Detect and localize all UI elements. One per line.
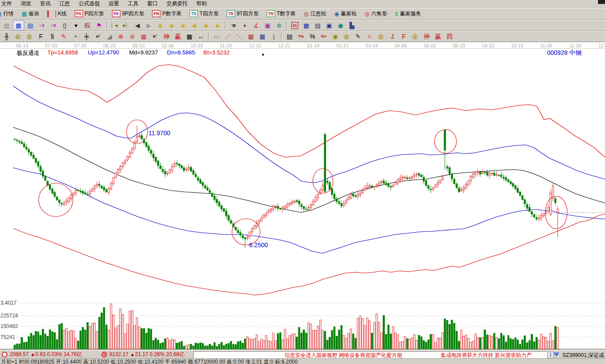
tool-p-table[interactable]: PNP数字表 bbox=[152, 10, 181, 18]
grid-blue-icon[interactable]: ▦ bbox=[257, 32, 268, 41]
ruler-2-icon[interactable]: ╪ bbox=[81, 32, 92, 41]
menu-item-formula[interactable]: 公式选股 bbox=[74, 0, 104, 7]
menu-item-help[interactable]: 帮助 bbox=[192, 0, 211, 7]
report-icon[interactable]: ▤ bbox=[25, 21, 36, 30]
ying-line-icon[interactable]: 赢 bbox=[433, 32, 443, 41]
workstation-icon[interactable]: ▙ bbox=[347, 21, 357, 30]
tool-9p-square[interactable]: P99P四方形 bbox=[112, 10, 145, 18]
volume-bar bbox=[496, 338, 497, 349]
tool-9t-square[interactable]: T99T四方形 bbox=[227, 10, 259, 18]
si-line-icon[interactable]: 四 bbox=[444, 32, 455, 41]
tool-t-table[interactable]: TNT数字表 bbox=[267, 10, 296, 18]
percent-line-icon[interactable]: %= bbox=[319, 32, 329, 41]
volume-bar bbox=[221, 342, 223, 349]
tool-hexagon[interactable]: ◎六角形 bbox=[365, 10, 387, 18]
gann-diamond-up-icon[interactable]: ◈ bbox=[178, 21, 188, 30]
stats-bars-icon[interactable]: ▤ bbox=[284, 32, 295, 41]
shen-line-icon[interactable]: 神 bbox=[421, 32, 432, 41]
grid-red-icon[interactable]: ▦ bbox=[246, 32, 256, 41]
tool-kline[interactable]: ▍▕K线 bbox=[47, 10, 67, 18]
ticker-spinner[interactable]: ▲▼ bbox=[547, 352, 554, 358]
grid-tool-icon[interactable]: ▣ bbox=[262, 21, 273, 30]
gold-gann-down-icon[interactable]: 金 bbox=[13, 32, 23, 41]
prev-bar-icon[interactable]: ◀ bbox=[132, 21, 143, 30]
tool-p-square[interactable]: PSP四方形 bbox=[75, 10, 104, 18]
ying-tool-icon[interactable]: 赢 bbox=[173, 32, 183, 41]
menu-item-browse[interactable]: 浏览 bbox=[16, 0, 36, 7]
menu-item-gann[interactable]: 江恩 bbox=[55, 0, 74, 7]
menu-item-settings[interactable]: 设置 bbox=[104, 0, 123, 7]
filter-flag-icon[interactable]: ⚑ bbox=[94, 21, 104, 30]
tool-t-square[interactable]: TST四方形 bbox=[189, 10, 218, 18]
tool-quotes[interactable]: ▤行情 bbox=[0, 10, 14, 18]
mirror-angle-icon[interactable]: ◢ bbox=[104, 32, 115, 41]
menu-item-trade[interactable]: 交易委托 bbox=[162, 0, 192, 7]
notepad-icon[interactable]: ▤ bbox=[312, 21, 323, 30]
menu-item-tools[interactable]: 工具 bbox=[123, 0, 143, 7]
compass-icon[interactable]: ◔ bbox=[70, 32, 80, 41]
menu-item-file[interactable]: 文件 bbox=[0, 0, 16, 7]
next-bar-icon[interactable]: ▶ bbox=[144, 21, 154, 30]
j-line-icon[interactable]: J bbox=[387, 32, 398, 41]
width-measure-icon[interactable]: ↔ bbox=[196, 32, 206, 41]
brush-icon[interactable]: ✎ bbox=[58, 32, 69, 41]
partial-left-icon[interactable]: ▥ bbox=[1, 21, 12, 30]
last-bar-icon[interactable]: ▶▏ bbox=[121, 21, 131, 30]
f-line-icon[interactable]: F bbox=[399, 32, 409, 41]
n-squared-icon[interactable]: n² bbox=[93, 32, 103, 41]
indicator-dropdown-arrow[interactable]: ▼ bbox=[261, 53, 265, 57]
percent-icon[interactable]: % bbox=[307, 32, 318, 41]
chevron-down-icon[interactable]: ▾ bbox=[71, 21, 81, 30]
step3-chart-icon[interactable]: ∩3 bbox=[36, 21, 47, 30]
t-percent-icon[interactable]: T% bbox=[296, 32, 306, 41]
ink-brush-icon[interactable]: ✎ bbox=[353, 32, 363, 41]
k-quote-icon[interactable]: K˝ bbox=[150, 32, 160, 41]
spiral-icon[interactable]: § bbox=[47, 32, 58, 41]
rights-icon[interactable]: 权 bbox=[82, 21, 93, 30]
tool-gann-wheel[interactable]: ◎江恩轮 bbox=[304, 10, 326, 18]
gann-diamond-right-icon[interactable]: ◈ bbox=[167, 21, 177, 30]
shen-tool-icon[interactable]: 神 bbox=[161, 32, 172, 41]
crosshair-icon[interactable]: + bbox=[239, 21, 250, 30]
gold-red-line-icon[interactable]: 金 bbox=[376, 32, 386, 41]
menu-item-window[interactable]: 窗口 bbox=[143, 0, 162, 7]
wave-icon[interactable]: ≈ bbox=[364, 32, 375, 41]
box-star-icon[interactable]: ▩ bbox=[138, 32, 149, 41]
gann-diamond-full-icon[interactable]: ◈ bbox=[212, 21, 223, 30]
candlestick-chart[interactable]: 3.40172257241504827524111.97006.2500 bbox=[0, 42, 605, 350]
gold-gann-up-icon[interactable]: 金 bbox=[24, 32, 35, 41]
globe-save-icon[interactable]: ◉ bbox=[335, 21, 346, 30]
star-grid-icon[interactable]: ⊛ bbox=[127, 32, 138, 41]
candle-style-icon[interactable]: ▯ bbox=[59, 21, 70, 30]
date-tick: 06-14 bbox=[16, 43, 28, 48]
ruler-123-icon[interactable]: ▦ bbox=[184, 32, 195, 41]
gold-line-icon[interactable]: 金 bbox=[341, 32, 352, 41]
calendar-icon[interactable]: 21 bbox=[290, 21, 300, 30]
gann-diamond-left-icon[interactable]: ◈ bbox=[155, 21, 166, 30]
tool-sectors[interactable]: ▦板块 bbox=[22, 10, 39, 18]
gold-circle-icon[interactable]: ◉ bbox=[330, 32, 341, 41]
tool-winner-service[interactable]: $赢家服务 bbox=[395, 10, 421, 18]
gann-diamond-star-icon[interactable]: ◈ bbox=[201, 21, 211, 30]
ruler-ticks-icon[interactable]: ╫ bbox=[1, 32, 12, 41]
first-bar-icon[interactable]: ▏◀ bbox=[109, 21, 120, 30]
calculator-icon[interactable]: ▦ bbox=[301, 21, 312, 30]
gann-diamond-cross-icon[interactable]: ◈ bbox=[189, 21, 200, 30]
save-icon[interactable]: ▣ bbox=[324, 21, 334, 30]
map-view-icon[interactable]: ▩ bbox=[13, 20, 24, 30]
gold-angle-icon[interactable]: 金 bbox=[410, 32, 420, 41]
rect-select-icon[interactable]: ▭ bbox=[211, 32, 222, 41]
fan-purple-icon[interactable]: ⋱ bbox=[234, 32, 245, 41]
network-tool-icon[interactable]: ⊛ bbox=[274, 21, 284, 30]
step9-chart-icon[interactable]: ∩9 bbox=[48, 21, 58, 30]
circle-cross-icon[interactable]: ⊕ bbox=[116, 32, 126, 41]
news-ticker[interactable]: 信息安全进入国家视野 网络设备将迎国产化蜜月期 集成电路将获大力扶持 新兴需求助… bbox=[193, 351, 547, 358]
slant-lines-icon[interactable]: ∥ bbox=[268, 32, 279, 41]
f-ruler-icon[interactable]: F bbox=[36, 32, 46, 41]
fan-red-icon[interactable]: ⋰ bbox=[223, 32, 233, 41]
tool-winner-wheel[interactable]: ◉赢家轮 bbox=[334, 10, 356, 18]
angle-tool-icon[interactable]: ∡ bbox=[251, 21, 261, 30]
menu-item-news[interactable]: 资讯 bbox=[36, 0, 55, 7]
chart-area[interactable]: 06-1407-0907-3008-2009-1010-0810-2911-19… bbox=[0, 42, 605, 350]
pan-hand-icon[interactable]: ☚ bbox=[228, 21, 239, 30]
